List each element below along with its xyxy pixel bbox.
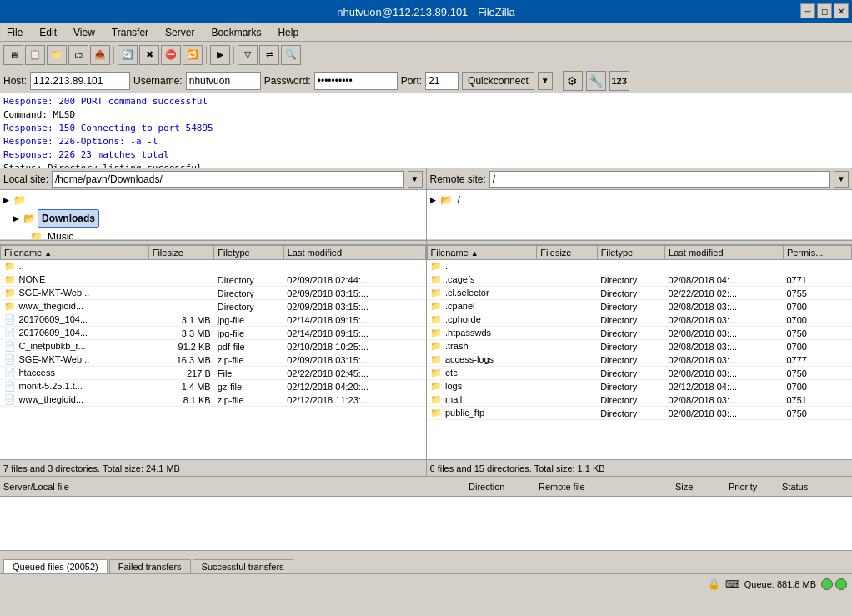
remote-file-row[interactable]: 📁.. (427, 260, 852, 273)
tree-item-remote-root[interactable]: ▶ 📂 / (429, 192, 851, 208)
port-input[interactable] (425, 72, 459, 90)
remote-col-filetype[interactable]: Filetype (597, 246, 664, 260)
local-file-row[interactable]: 📁.. (1, 260, 426, 273)
tree-arrow-icon: ▶ (3, 193, 12, 208)
remote-site-input[interactable] (489, 171, 830, 188)
menu-bookmarks[interactable]: Bookmarks (208, 26, 264, 39)
sync-browse-button[interactable]: ⇌ (259, 45, 279, 65)
remote-file-row[interactable]: 📁.trash Directory 02/08/2018 03:... 0700 (427, 340, 852, 353)
local-col-filetype[interactable]: Filetype (214, 246, 283, 260)
local-file-size: 1.4 MB (148, 380, 214, 393)
local-file-modified: 02/12/2018 04:20:... (283, 380, 425, 393)
remote-file-perms: 0750 (783, 407, 851, 420)
refresh-button[interactable]: 🔄 (118, 45, 138, 65)
process-queue-button[interactable]: ▶ (210, 45, 230, 65)
transfer-queue-button[interactable]: 📤 (90, 45, 110, 65)
disconnect-button[interactable]: ⛔ (161, 45, 181, 65)
remote-file-row[interactable]: 📁access-logs Directory 02/08/2018 03:...… (427, 353, 852, 367)
local-col-filesize[interactable]: Filesize (148, 246, 214, 260)
local-file-size: 217 B (148, 367, 214, 380)
remote-file-row[interactable]: 📁.cphorde Directory 02/08/2018 03:... 07… (427, 313, 852, 327)
remote-file-row[interactable]: 📁.htpasswds Directory 02/08/2018 03:... … (427, 327, 852, 340)
local-file-name: 📄20170609_104... (1, 313, 149, 327)
remote-file-name: 📁.cagefs (427, 273, 537, 287)
close-button[interactable]: ✕ (834, 3, 849, 18)
minimize-button[interactable]: ─ (800, 3, 815, 18)
port-label: Port: (401, 75, 422, 87)
restore-button[interactable]: ◻ (817, 3, 832, 18)
site-manager-icon-button[interactable]: ⚙ (563, 71, 583, 91)
filter-button[interactable]: ▽ (238, 45, 258, 65)
quickconnect-dropdown-button[interactable]: ▼ (538, 72, 553, 90)
local-file-modified: 02/09/2018 03:15:... (283, 287, 425, 300)
remote-file-size (537, 273, 597, 287)
remote-file-size (537, 260, 597, 273)
local-col-modified[interactable]: Last modified (283, 246, 425, 260)
menu-server[interactable]: Server (162, 26, 198, 39)
local-file-row[interactable]: 📄C_inetpubkb_r... 91.2 KB pdf-file 02/10… (1, 340, 426, 353)
local-file-row[interactable]: 📄20170609_104... 3.3 MB jpg-file 02/14/2… (1, 327, 426, 340)
local-file-size: 3.1 MB (148, 313, 214, 327)
local-file-row[interactable]: 📄htaccess 217 B File 02/22/2018 02:45:..… (1, 367, 426, 380)
log-line-6: Status: Directory listing successful (3, 162, 849, 168)
remote-file-name: 📁.cphorde (427, 313, 537, 327)
remote-file-row[interactable]: 📁.cpanel Directory 02/08/2018 03:... 070… (427, 300, 852, 313)
local-file-size (148, 300, 214, 313)
remote-file-row[interactable]: 📁etc Directory 02/08/2018 03:... 0750 (427, 367, 852, 380)
local-file-modified: 02/09/2018 03:15:... (283, 353, 425, 367)
reconnect-button[interactable]: 🔁 (183, 45, 203, 65)
tree-item-root[interactable]: ▶ 📁 (2, 192, 424, 208)
local-file-modified: 02/09/2018 02:44:... (283, 273, 425, 287)
remote-file-row[interactable]: 📁logs Directory 02/12/2018 04:... 0700 (427, 380, 852, 393)
local-file-row[interactable]: 📄monit-5.25.1.t... 1.4 MB gz-file 02/12/… (1, 380, 426, 393)
toggle-local-tree-button[interactable]: 📁 (47, 45, 67, 65)
password-input[interactable] (314, 72, 398, 90)
search-button[interactable]: 🔍 (281, 45, 301, 65)
tree-item-music[interactable]: 📁 Music (28, 228, 424, 240)
tab-failed-transfers[interactable]: Failed transfers (109, 559, 191, 573)
local-file-row[interactable]: 📄20170609_104... 3.1 MB jpg-file 02/14/2… (1, 313, 426, 327)
remote-file-size (537, 393, 597, 407)
menu-edit[interactable]: Edit (36, 26, 60, 39)
tree-item-remote-root-label: / (458, 193, 460, 208)
remote-file-row[interactable]: 📁mail Directory 02/08/2018 03:... 0751 (427, 393, 852, 407)
local-file-row[interactable]: 📁NONE Directory 02/09/2018 02:44:... (1, 273, 426, 287)
local-site-input[interactable] (52, 171, 404, 188)
local-file-size (148, 260, 214, 273)
remote-col-perms[interactable]: Permis... (783, 246, 851, 260)
open-site-manager-button[interactable]: 🖥 (3, 45, 23, 65)
local-panel: Local site: ▼ ▶ 📁 ▶ 📂 Downloads 📁 Music (0, 168, 427, 476)
remote-site-dropdown-button[interactable]: ▼ (834, 171, 849, 188)
remote-file-name: 📁.. (427, 260, 537, 273)
cancel-queue-button[interactable]: ✖ (139, 45, 159, 65)
remote-file-perms: 0751 (783, 393, 851, 407)
local-file-row[interactable]: 📄SGE-MKT-Web... 16.3 MB zip-file 02/09/2… (1, 353, 426, 367)
settings-button[interactable]: 🔧 (586, 71, 606, 91)
remote-col-filesize[interactable]: Filesize (537, 246, 597, 260)
menu-view[interactable]: View (70, 26, 98, 39)
toggle-message-log-button[interactable]: 📋 (25, 45, 45, 65)
username-input[interactable] (186, 72, 261, 90)
local-site-dropdown-button[interactable]: ▼ (408, 171, 423, 188)
menu-help[interactable]: Help (274, 26, 302, 39)
tab-queued-files[interactable]: Queued files (20052) (3, 559, 108, 573)
remote-file-row[interactable]: 📁.cl.selector Directory 02/22/2018 02:..… (427, 287, 852, 300)
local-col-filename[interactable]: Filename ▲ (1, 246, 149, 260)
local-file-row[interactable]: 📁SGE-MKT-Web... Directory 02/09/2018 03:… (1, 287, 426, 300)
remote-col-modified[interactable]: Last modified (665, 246, 784, 260)
info-button[interactable]: 123 (609, 71, 629, 91)
tab-successful-transfers[interactable]: Successful transfers (193, 559, 293, 573)
remote-file-row[interactable]: 📁.cagefs Directory 02/08/2018 04:... 077… (427, 273, 852, 287)
tree-item-downloads[interactable]: ▶ 📂 Downloads (12, 208, 424, 228)
remote-col-filename[interactable]: Filename ▲ (427, 246, 537, 260)
menu-transfer[interactable]: Transfer (108, 26, 152, 39)
local-file-row[interactable]: 📁www_thegioid... Directory 02/09/2018 03… (1, 300, 426, 313)
status-light-2 (835, 578, 847, 590)
menu-file[interactable]: File (3, 26, 26, 39)
local-file-row[interactable]: 📄www_thegioid... 8.1 KB zip-file 02/12/2… (1, 393, 426, 407)
toggle-remote-tree-button[interactable]: 🗂 (68, 45, 88, 65)
folder-icon: 📁 (13, 193, 26, 208)
quickconnect-button[interactable]: Quickconnect (462, 72, 534, 90)
remote-file-row[interactable]: 📁public_ftp Directory 02/08/2018 03:... … (427, 407, 852, 420)
host-input[interactable] (30, 72, 130, 90)
